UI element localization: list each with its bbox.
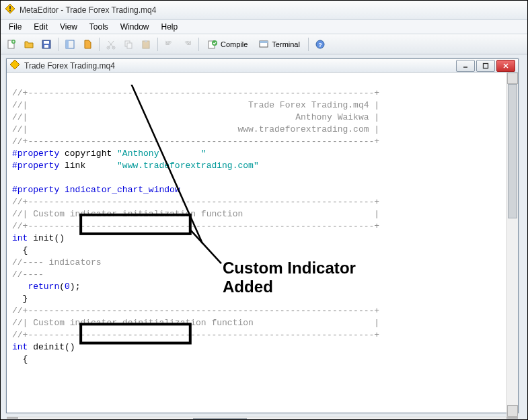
annotation-text: Added [223,278,273,296]
app-title: MetaEditor - Trade Forex Trading.mq4 [20,5,156,15]
scroll-right-button[interactable] [506,417,518,419]
scroll-down-button[interactable] [507,405,518,417]
minimize-button[interactable] [456,60,475,72]
code-line: int deinit() [12,342,75,352]
vertical-scrollbar[interactable] [506,73,518,417]
code-line: } [12,294,28,304]
horizontal-scrollbar[interactable] [7,417,518,419]
toolbar-separator [308,38,309,51]
toolbar: Compile Terminal ? [1,34,527,54]
toolbar-separator [58,38,59,51]
scroll-up-button[interactable] [507,73,518,84]
code-line: //---- [12,269,44,280]
svg-rect-7 [44,45,48,48]
compile-button[interactable]: Compile [202,36,252,52]
code-line: //+-------------------------------------… [12,136,379,146]
compile-label: Compile [221,40,248,48]
code-line: //| Trade Forex Trading.mq4 | [12,100,379,110]
code-line: #property link "www.tradeforextrading.co… [12,161,259,171]
annotation-line-icon [190,230,221,263]
svg-marker-22 [10,60,20,69]
child-titlebar[interactable]: Trade Forex Trading.mq4 [7,59,518,73]
code-line: //+-------------------------------------… [12,88,379,98]
code-line: //| www.tradeforextrading.com | [12,124,379,134]
menu-tools[interactable]: Tools [84,21,114,33]
menu-view[interactable]: View [54,21,83,33]
svg-rect-1 [9,6,11,9]
copy-button [120,36,137,52]
help-button[interactable]: ? [312,36,328,52]
svg-rect-9 [66,40,69,48]
cut-button [103,36,119,52]
code-line: int init() [12,233,65,243]
annotation-text: Custom Indicator [223,259,356,277]
close-button[interactable] [496,60,515,72]
scroll-track[interactable] [18,417,506,419]
maximize-button[interactable] [476,60,495,72]
code-line: { [12,354,28,364]
toolbar-separator [99,38,100,51]
toggle-panel-button[interactable] [62,36,78,52]
paste-button [138,36,154,52]
svg-point-17 [212,40,217,46]
code-line: //| Anthony Waikwa | [12,112,379,122]
editor-child-window: Trade Forex Trading.mq4 //+-------------… [6,58,519,413]
code-line: { [12,245,28,255]
toolbar-separator [157,38,158,51]
navigator-button[interactable] [79,36,96,52]
code-editor[interactable]: //+-------------------------------------… [7,73,506,417]
child-title: Trade Forex Trading.mq4 [24,61,452,71]
code-line: //| Custom indicator initialization func… [12,209,379,219]
code-line: //---- indicators [12,257,102,267]
code-line: return(0); [12,282,80,292]
code-line: //+-------------------------------------… [12,306,379,316]
code-line: //+-------------------------------------… [12,221,379,231]
svg-rect-19 [260,41,268,43]
code-line: //+-------------------------------------… [12,197,379,207]
svg-rect-15 [145,40,147,42]
terminal-button[interactable]: Terminal [254,36,305,52]
terminal-label: Terminal [272,40,300,48]
toolbar-separator [198,38,199,51]
svg-rect-2 [9,10,11,11]
redo-button [179,36,195,52]
menu-help[interactable]: Help [156,21,184,33]
scroll-track[interactable] [507,84,518,405]
app-logo-icon [5,3,15,16]
save-button[interactable] [38,36,54,52]
scroll-left-button[interactable] [7,417,18,419]
svg-rect-6 [44,41,49,44]
menubar: File Edit View Tools Window Help [1,19,527,34]
menu-file[interactable]: File [3,21,27,33]
svg-rect-24 [484,63,488,68]
open-file-button[interactable] [21,36,37,52]
code-line: //+-------------------------------------… [12,330,379,340]
code-line: //| Custom indicator deinitialization fu… [12,318,379,328]
app-titlebar: MetaEditor - Trade Forex Trading.mq4 [1,1,527,19]
scroll-thumb[interactable] [193,418,247,419]
menu-edit[interactable]: Edit [28,21,53,33]
code-line: #property indicator_chart_window [12,185,180,195]
code-line: #property copyright "Anthony " [12,149,206,159]
svg-text:?: ? [318,42,322,48]
scroll-thumb[interactable] [508,84,517,218]
menu-window[interactable]: Window [115,21,155,33]
undo-button [161,36,178,52]
new-file-button[interactable] [3,36,20,52]
svg-rect-13 [127,43,132,48]
document-icon [9,59,20,72]
mdi-client-area: Trade Forex Trading.mq4 //+-------------… [1,54,527,419]
